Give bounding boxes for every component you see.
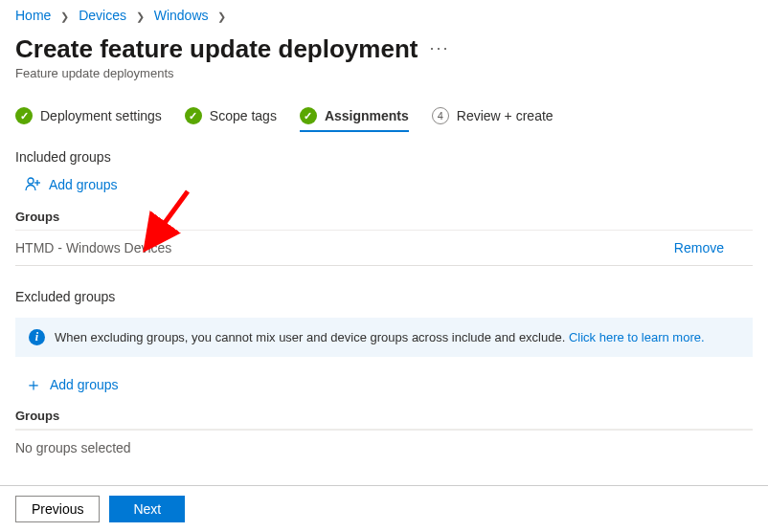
info-message: i When excluding groups, you cannot mix … [15, 318, 753, 357]
breadcrumb-devices[interactable]: Devices [79, 8, 126, 23]
chevron-right-icon: ❯ [217, 11, 226, 23]
breadcrumb-windows[interactable]: Windows [154, 8, 209, 23]
remove-group-button[interactable]: Remove [674, 240, 753, 255]
add-groups-label: Add groups [49, 177, 118, 192]
check-circle-icon: ✓ [15, 107, 33, 124]
tab-label: Scope tags [210, 108, 277, 123]
tab-review-create[interactable]: 4 Review + create [432, 103, 553, 132]
info-text: When excluding groups, you cannot mix us… [55, 330, 705, 344]
breadcrumb: Home ❯ Devices ❯ Windows ❯ [15, 8, 753, 23]
tab-label: Review + create [457, 108, 553, 123]
add-excluded-groups-button[interactable]: ＋ Add groups [25, 376, 753, 393]
tab-scope-tags[interactable]: ✓ Scope tags [185, 103, 277, 132]
page-title: Create feature update deployment [15, 34, 418, 64]
excluded-groups-label: Excluded groups [15, 289, 753, 304]
step-number-icon: 4 [432, 107, 449, 124]
info-learn-more-link[interactable]: Click here to learn more. [569, 330, 705, 344]
included-groups-header: Groups [15, 204, 753, 231]
breadcrumb-home[interactable]: Home [15, 8, 51, 23]
check-circle-icon: ✓ [185, 107, 202, 124]
plus-icon: ＋ [25, 376, 42, 393]
next-button[interactable]: Next [109, 496, 185, 522]
svg-point-0 [28, 178, 34, 184]
chevron-right-icon: ❯ [60, 11, 69, 23]
included-groups-label: Included groups [15, 149, 753, 165]
wizard-tabs: ✓ Deployment settings ✓ Scope tags ✓ Ass… [15, 103, 753, 132]
excluded-groups-header: Groups [15, 403, 753, 430]
tab-label: Assignments [325, 108, 409, 123]
person-add-icon [25, 176, 41, 192]
wizard-footer: Previous Next [0, 485, 768, 532]
previous-button[interactable]: Previous [15, 496, 100, 522]
tab-assignments[interactable]: ✓ Assignments [300, 103, 409, 132]
check-circle-icon: ✓ [300, 107, 317, 124]
more-actions-icon[interactable]: ··· [429, 38, 449, 58]
group-name: HTMD - Windows Devices [15, 240, 171, 255]
add-groups-label: Add groups [50, 377, 119, 392]
tab-label: Deployment settings [40, 108, 162, 123]
chevron-right-icon: ❯ [136, 11, 145, 23]
tab-deployment-settings[interactable]: ✓ Deployment settings [15, 103, 162, 132]
info-icon: i [29, 329, 45, 345]
info-text-body: When excluding groups, you cannot mix us… [55, 330, 565, 344]
included-group-row: HTMD - Windows Devices Remove [15, 231, 753, 266]
add-included-groups-button[interactable]: Add groups [25, 176, 753, 192]
excluded-groups-empty: No groups selected [15, 430, 753, 463]
page-subtitle: Feature update deployments [15, 66, 753, 80]
